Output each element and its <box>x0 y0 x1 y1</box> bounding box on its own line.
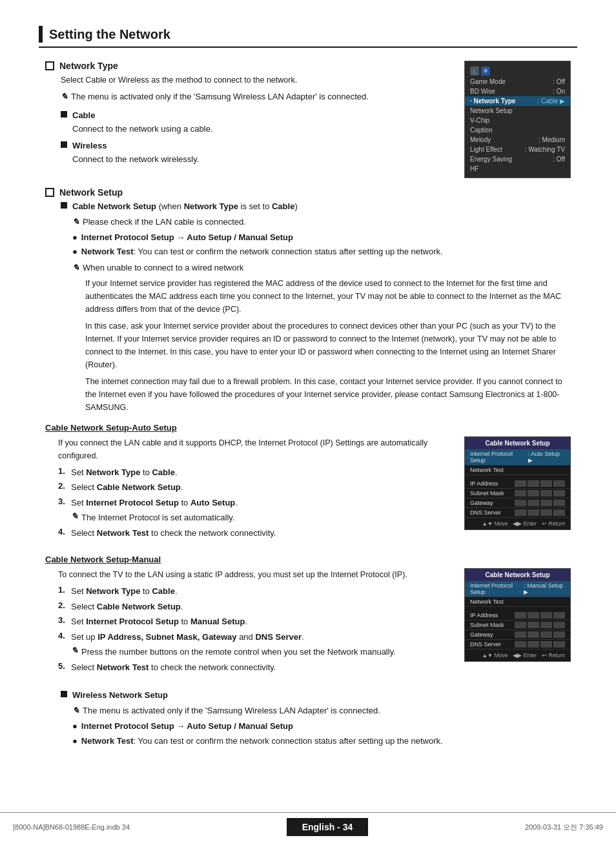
cable-heading: Cable <box>72 109 95 123</box>
wireless-bullet2: ● Network Test: You can test or confirm … <box>72 735 571 748</box>
note-icon-lan: ✎ <box>72 216 79 229</box>
cable-auto-layout: If you connect the LAN cable and it supp… <box>45 436 571 546</box>
manual-number-note-text: Press the number buttons on the remote c… <box>81 646 396 659</box>
step4-num: 4. <box>58 527 71 540</box>
cable-auto-intro-block: If you connect the LAN cable and it supp… <box>45 436 458 540</box>
network-setup-header: Network Setup <box>45 187 571 198</box>
tv-row-game-mode: Game Mode : Off <box>465 77 570 87</box>
cable-manual-ui-row1-label: Internet Protocol Setup <box>470 582 524 595</box>
tv-row-caption: Caption <box>465 125 570 135</box>
cable-auto-ui-row2-label: Network Test <box>470 467 504 473</box>
square-icon-wireless <box>61 141 67 148</box>
wireless-ns-note1: ✎ The menu is activated only if the 'Sam… <box>72 704 571 718</box>
network-type-heading: Network Type <box>59 61 118 71</box>
network-setup-body: Cable Network Setup (when Network Type i… <box>45 200 571 414</box>
cable-auto-ui-row1: Internet Protocol Setup : Auto Setup ▶ <box>465 449 570 465</box>
wireless-desc: Connect to the network wirelessly. <box>61 153 458 167</box>
network-setup-heading: Network Setup <box>59 187 123 198</box>
cable-manual-step1: 1. Set Network Type to Cable. <box>58 585 458 598</box>
wireless-ns-heading: Wireless Network Setup <box>72 689 168 702</box>
step2-text: Select Cable Network Setup. <box>71 481 458 494</box>
note-icon-manual: ✎ <box>71 646 78 655</box>
cable-desc: Connect to the network using a cable. <box>61 123 458 136</box>
section-title-bar: Setting the Network <box>39 26 577 48</box>
network-type-section: Network Type Select Cable or Wireless as… <box>45 61 571 178</box>
checkbox-icon-network-type <box>45 61 54 70</box>
note-icon-auto: ✎ <box>71 511 78 521</box>
wireless-sub-section: Wireless Connect to the network wireless… <box>61 139 458 167</box>
cable-auto-ui-gateway: Gateway <box>465 498 570 508</box>
wired-fail-paragraphs: If your Internet service provider has re… <box>72 277 571 414</box>
cable-auto-step2: 2. Select Cable Network Setup. <box>58 481 458 494</box>
cable-auto-ui-title: Cable Network Setup <box>465 437 570 449</box>
manual-step3-num: 3. <box>58 615 71 628</box>
cable-auto-intro: If you connect the LAN cable and it supp… <box>58 436 458 462</box>
cable-auto-step3: 3. Set Internet Protocol Setup to Auto S… <box>58 496 458 509</box>
cable-auto-ui-ip: IP Address <box>465 479 570 489</box>
manual-step1-num: 1. <box>58 585 71 598</box>
cable-manual-ui-row2: Network Test <box>465 597 570 607</box>
tv-menu-row-icons: 📺 ⚙ <box>465 65 570 77</box>
manual-step5-text: Select Network Test to check the network… <box>71 661 458 674</box>
cable-auto-ui-row1-label: Internet Protocol Setup <box>470 451 528 464</box>
cable-manual-ui-screenshot: Cable Network Setup Internet Protocol Se… <box>464 568 571 662</box>
cable-manual-heading: Cable Network Setup-Manual <box>45 555 571 564</box>
cable-auto-ui-footer: ▲▼ Move ◀▶ Enter ↩ Return <box>465 518 570 529</box>
footer-left-text: [8000-NA]BN68-01988E-Eng.indb 34 <box>13 823 130 831</box>
cable-manual-ui-gateway: Gateway <box>465 630 570 640</box>
network-setup-section: Network Setup Cable Network Setup (when … <box>45 187 571 414</box>
bullet-dot-1: ● <box>72 231 77 245</box>
when-unable-text: When unable to connect to a wired networ… <box>83 261 243 274</box>
auto-protocol-note: ✎ The Internet Protocol is set automatic… <box>71 511 458 524</box>
cable-auto-ui-row1-value: : Auto Setup ▶ <box>528 451 565 464</box>
wireless-ns-header: Wireless Network Setup <box>61 689 571 702</box>
main-content: Network Type Select Cable or Wireless as… <box>39 61 577 748</box>
wireless-ns-note1-text: The menu is activated only if the 'Samsu… <box>83 704 380 717</box>
wireless-network-setup-section: Wireless Network Setup ✎ The menu is act… <box>45 689 571 748</box>
cable-network-setup-sub: Cable Network Setup (when Network Type i… <box>61 200 571 414</box>
auto-protocol-note-text: The Internet Protocol is set automatical… <box>81 511 234 524</box>
cable-manual-ui-row1-value: : Manual Setup ▶ <box>524 582 565 595</box>
tv-menu-screenshot: 📺 ⚙ Game Mode : Off BD Wise : On · Netwo… <box>464 61 571 178</box>
tv-row-network-setup: Network Setup <box>465 106 570 116</box>
cable-manual-ui-subnet: Subnet Mask <box>465 620 570 630</box>
note-icon-1: ✎ <box>61 90 68 104</box>
step1-num: 1. <box>58 466 71 479</box>
manual-step2-text: Select Cable Network Setup. <box>71 600 458 613</box>
when-unable-note: ✎ When unable to connect to a wired netw… <box>72 261 571 275</box>
wireless-header: Wireless <box>61 139 458 153</box>
cable-auto-ui-row2: Network Test <box>465 465 570 475</box>
manual-note: ✎ Press the number buttons on the remote… <box>58 646 458 659</box>
cable-header: Cable <box>61 109 458 123</box>
cable-manual-ui-ip: IP Address <box>465 611 570 620</box>
tv-row-energy-saving: Energy Saving : Off <box>465 154 570 164</box>
square-icon-cns <box>61 202 67 209</box>
cable-auto-step4: 4. Select Network Test to check the netw… <box>58 527 458 540</box>
network-type-header: Network Type <box>45 61 458 71</box>
step1-text: Set Network Type to Cable. <box>71 466 458 479</box>
wireless-ns-details: ✎ The menu is activated only if the 'Sam… <box>61 704 571 748</box>
cable-auto-ui-screenshot: Cable Network Setup Internet Protocol Se… <box>464 436 571 530</box>
manual-step4-text: Set up IP Address, Subnet Mask, Gateway … <box>71 631 458 644</box>
cable-ns-details: ✎ Please check if the LAN cable is conne… <box>61 216 571 414</box>
cable-sub-section: Cable Connect to the network using a cab… <box>61 109 458 136</box>
network-type-note1: ✎ The menu is activated only if the 'Sam… <box>61 90 458 104</box>
bullet-dot-w1: ● <box>72 720 77 733</box>
tv-row-melody: Melody : Medium <box>465 135 570 145</box>
wireless-bullet2-text: Network Test: You can test or confirm th… <box>81 735 443 748</box>
manual-step3-text: Set Internet Protocol Setup to Manual Se… <box>71 615 458 628</box>
manual-step1-text: Set Network Type to Cable. <box>71 585 458 598</box>
checkbox-icon-network-setup <box>45 188 54 197</box>
manual-step5-num: 5. <box>58 661 71 674</box>
cable-ns-note-lan: ✎ Please check if the LAN cable is conne… <box>72 216 571 229</box>
title-accent-bar <box>39 26 43 43</box>
cable-manual-ui-row1: Internet Protocol Setup : Manual Setup ▶ <box>465 581 570 597</box>
page-title: Setting the Network <box>49 27 170 42</box>
wired-fail-para1: If your Internet service provider has re… <box>85 277 571 316</box>
wired-fail-para3: The internet connection may fail due to … <box>85 375 571 414</box>
cable-ns-label: Cable Network Setup (when Network Type i… <box>72 200 298 214</box>
square-icon-wireless-ns <box>61 691 67 697</box>
tv-icon-1: 📺 <box>470 66 479 76</box>
wireless-ns-body: Wireless Network Setup ✎ The menu is act… <box>45 689 571 748</box>
network-type-text-col: Network Type Select Cable or Wireless as… <box>45 61 464 167</box>
